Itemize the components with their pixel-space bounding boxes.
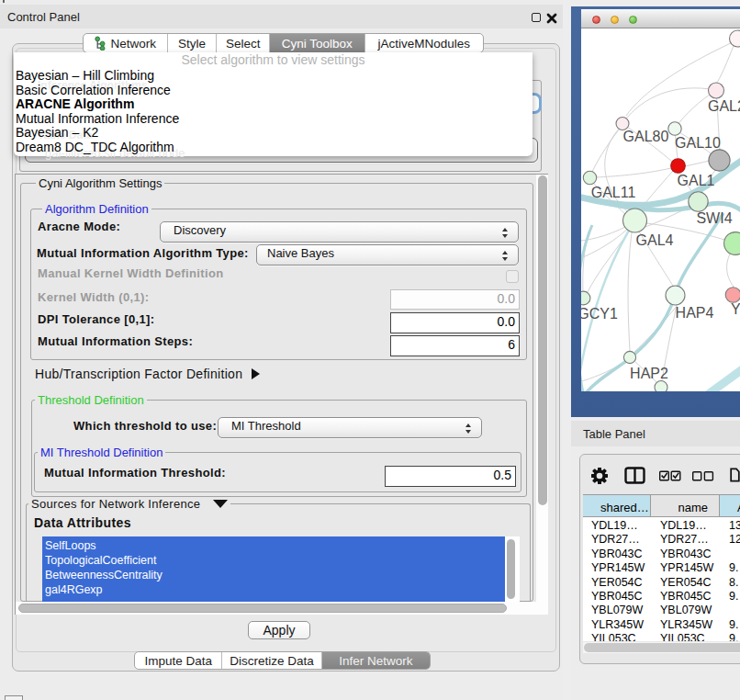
svg-text:GAL10: GAL10 (675, 135, 721, 151)
svg-text:GAL80: GAL80 (623, 129, 669, 144)
svg-text:GAL11: GAL11 (591, 185, 636, 200)
svg-text:HAP2: HAP2 (630, 366, 668, 381)
svg-text:GAL2: GAL2 (708, 98, 740, 114)
svg-text:HAP4: HAP4 (676, 305, 714, 321)
svg-text:YE: YE (731, 301, 740, 317)
svg-text:GAL1: GAL1 (678, 173, 715, 188)
svg-text:GCY1: GCY1 (581, 306, 618, 322)
svg-text:GAL4: GAL4 (636, 232, 674, 248)
svg-text:SWI4: SWI4 (696, 210, 732, 226)
